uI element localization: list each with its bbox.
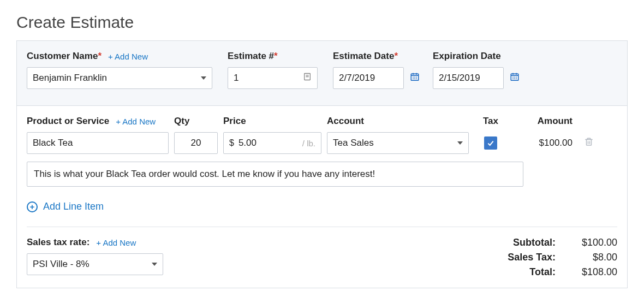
line-header-row: Product or Service + Add New Qty Price A… [27,116,617,127]
expiration-date-input[interactable]: 2/15/2019 [433,67,504,89]
line-items-section: Product or Service + Add New Qty Price A… [17,106,627,288]
svg-rect-23 [587,140,592,146]
price-input[interactable]: $ 5.00 / lb. [223,132,321,154]
line-description-value: This is what your Black Tea order would … [34,169,375,179]
footer-row: Sales tax rate: + Add New PSI Ville - 8%… [27,237,617,278]
customer-value: Benjamin Franklin [33,73,107,84]
product-add-new-link[interactable]: + Add New [116,117,156,126]
qty-input[interactable]: 20 [174,132,218,154]
price-col-label: Price [223,116,321,127]
tax-col-label: Tax [474,116,507,127]
chevron-down-icon [152,263,157,266]
estimate-date-input[interactable]: 2/7/2019 [333,67,404,89]
totals-block: Subtotal: $100.00 Sales Tax: $8.00 Total… [508,237,617,278]
estimate-panel: Customer Name* + Add New Benjamin Frankl… [16,40,628,288]
qty-value: 20 [191,138,201,148]
product-col-label: Product or Service [27,116,109,127]
customer-select[interactable]: Benjamin Franklin [27,67,212,89]
price-value: 5.00 [238,138,297,148]
trash-icon [584,137,594,149]
line-row: Black Tea 20 $ 5.00 / lb. Tea Sales [27,132,617,154]
estimate-date-label: Estimate Date* [333,51,398,62]
tax-rate-value: PSI Ville - 8% [33,259,90,270]
page-title: Create Estimate [16,13,628,32]
total-value: $108.00 [582,266,617,278]
calendar-icon[interactable] [510,72,520,85]
estimate-number-value: 1 [234,73,238,84]
subtotal-label: Subtotal: [508,237,556,248]
expiration-date-label: Expiration Date [433,51,501,62]
line-amount: $100.00 [512,138,573,148]
header-section: Customer Name* + Add New Benjamin Frankl… [17,41,627,106]
tax-checkbox[interactable] [484,136,497,150]
sales-tax-label: Sales Tax: [508,252,556,263]
sales-tax-rate-label: Sales tax rate: [27,237,90,248]
calendar-icon[interactable] [410,72,420,85]
estimate-number-label: Estimate #* [228,51,278,62]
customer-add-new-link[interactable]: + Add New [108,52,148,61]
account-value: Tea Sales [333,138,374,148]
divider [27,227,617,227]
expiration-date-value: 2/15/2019 [439,73,480,84]
chevron-down-icon [201,76,206,80]
qty-col-label: Qty [174,116,218,127]
account-col-label: Account [327,116,469,127]
tax-rate-select[interactable]: PSI Ville - 8% [27,253,163,275]
currency-symbol: $ [224,138,238,148]
estimate-date-value: 2/7/2019 [339,73,375,84]
sales-tax-value: $8.00 [582,252,617,263]
amount-col-label: Amount [512,116,573,127]
total-label: Total: [508,266,556,278]
estimate-number-input[interactable]: 1 [228,67,318,89]
tax-rate-add-new-link[interactable]: + Add New [96,238,136,247]
delete-line-button[interactable] [578,137,600,149]
account-select[interactable]: Tea Sales [327,132,469,154]
add-line-item-button[interactable]: + Add Line Item [27,201,617,212]
product-value: Black Tea [33,138,73,148]
subtotal-value: $100.00 [582,237,617,248]
price-unit: / lb. [297,139,321,148]
document-icon [303,73,312,84]
customer-label: Customer Name* [27,51,102,62]
line-description-input[interactable]: This is what your Black Tea order would … [27,162,523,187]
chevron-down-icon [457,141,463,145]
product-input[interactable]: Black Tea [27,132,169,154]
plus-circle-icon: + [27,201,38,212]
add-line-label: Add Line Item [43,201,104,212]
